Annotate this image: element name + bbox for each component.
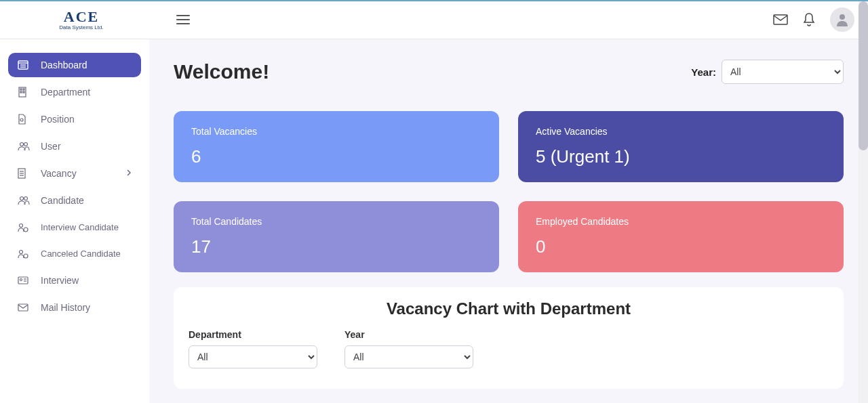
- user-x-icon: [18, 249, 33, 259]
- chart-year-label: Year: [344, 329, 473, 340]
- card-active-vacancies[interactable]: Active Vacancies 5 (Urgent 1): [518, 111, 844, 182]
- document-icon: [18, 168, 33, 179]
- users-icon: [18, 142, 33, 151]
- sidebar-item-mail-history[interactable]: Mail History: [8, 295, 141, 320]
- sidebar-item-label: Canceled Candidate: [41, 249, 121, 259]
- envelope-icon: [18, 303, 33, 312]
- chart-panel: Vacancy Chart with Department Department…: [174, 287, 844, 389]
- sidebar-item-label: Interview Candidate: [41, 222, 119, 232]
- sidebar-item-label: Dashboard: [41, 60, 87, 70]
- chart-year-select[interactable]: All: [344, 345, 473, 368]
- svg-point-22: [20, 250, 23, 253]
- svg-point-13: [24, 143, 28, 146]
- id-card-icon: [18, 276, 33, 284]
- sidebar-item-position[interactable]: Position: [8, 107, 141, 131]
- svg-point-12: [20, 143, 24, 146]
- svg-point-11: [20, 119, 23, 121]
- card-total-candidates[interactable]: Total Candidates 17: [174, 201, 499, 272]
- svg-rect-7: [20, 89, 22, 90]
- card-value: 0: [536, 236, 826, 257]
- sidebar-item-interview[interactable]: Interview: [8, 268, 141, 293]
- card-employed-candidates[interactable]: Employed Candidates 0: [518, 201, 844, 272]
- sidebar-item-label: Interview: [41, 275, 79, 286]
- sidebar-item-label: Candidate: [41, 195, 84, 206]
- sidebar-item-label: Mail History: [41, 302, 90, 313]
- svg-point-1: [840, 14, 845, 20]
- logo-main: ACE: [64, 8, 99, 26]
- card-total-vacancies[interactable]: Total Vacancies 6: [174, 111, 499, 182]
- svg-rect-28: [18, 304, 28, 311]
- card-value: 6: [191, 146, 481, 167]
- chart-filters: Department All Year All: [189, 329, 829, 368]
- sidebar-item-vacancy[interactable]: Vacancy: [8, 161, 141, 186]
- year-label: Year:: [691, 66, 716, 78]
- sidebar-item-label: Department: [41, 87, 90, 98]
- menu-toggle-button[interactable]: [176, 15, 190, 24]
- card-label: Total Vacancies: [191, 126, 481, 137]
- sidebar-item-candidate[interactable]: Candidate: [8, 188, 141, 213]
- sidebar-item-department[interactable]: Department: [8, 80, 141, 104]
- svg-rect-9: [20, 91, 22, 93]
- chevron-right-icon: [126, 168, 132, 179]
- year-select[interactable]: All: [722, 60, 844, 84]
- chart-title: Vacancy Chart with Department: [189, 299, 829, 318]
- scrollbar-thumb[interactable]: [859, 1, 868, 150]
- dashboard-icon: [18, 60, 33, 70]
- building-icon: [18, 87, 33, 98]
- card-label: Total Candidates: [191, 216, 481, 227]
- logo-sub: Data Systems Ltd.: [59, 24, 103, 30]
- chart-filter-department: Department All: [189, 329, 317, 368]
- topbar: ACE Data Systems Ltd.: [0, 0, 868, 39]
- logo[interactable]: ACE Data Systems Ltd.: [14, 8, 149, 30]
- summary-cards: Total Vacancies 6 Active Vacancies 5 (Ur…: [174, 111, 844, 272]
- svg-point-25: [20, 279, 22, 281]
- sidebar-item-label: User: [41, 141, 61, 152]
- department-select[interactable]: All: [189, 345, 317, 368]
- user-check-icon: [18, 223, 33, 232]
- year-filter: Year: All: [691, 60, 844, 84]
- svg-point-21: [24, 228, 28, 232]
- avatar[interactable]: [830, 7, 854, 32]
- page-title: Welcome!: [174, 60, 269, 83]
- sidebar-item-interview-candidate[interactable]: Interview Candidate: [8, 215, 141, 239]
- sidebar-item-label: Vacancy: [41, 168, 77, 179]
- svg-point-20: [20, 224, 23, 227]
- chart-filter-year: Year All: [344, 329, 473, 368]
- users-icon: [18, 196, 33, 205]
- top-accent: [0, 0, 868, 1]
- topbar-right: [773, 7, 854, 32]
- welcome-row: Welcome! Year: All: [174, 60, 844, 84]
- sidebar-item-label: Position: [41, 114, 75, 125]
- sidebar: Dashboard Department Position User Vacan…: [0, 39, 149, 403]
- card-value: 5 (Urgent 1): [536, 146, 826, 167]
- sidebar-item-dashboard[interactable]: Dashboard: [8, 53, 141, 77]
- mail-icon[interactable]: [773, 14, 788, 25]
- card-label: Employed Candidates: [536, 216, 826, 227]
- svg-rect-0: [774, 15, 787, 24]
- svg-point-19: [24, 197, 28, 200]
- svg-rect-24: [18, 277, 28, 284]
- card-value: 17: [191, 236, 481, 257]
- sidebar-item-canceled-candidate[interactable]: Canceled Candidate: [8, 242, 141, 266]
- bell-icon[interactable]: [803, 13, 815, 26]
- svg-rect-8: [23, 89, 24, 90]
- sidebar-item-user[interactable]: User: [8, 134, 141, 158]
- department-label: Department: [189, 329, 317, 340]
- file-icon: [18, 114, 33, 125]
- svg-point-18: [20, 197, 24, 200]
- main-content: Welcome! Year: All Total Vacancies 6 Act…: [149, 39, 868, 403]
- svg-point-23: [24, 254, 28, 258]
- card-label: Active Vacancies: [536, 126, 826, 137]
- svg-rect-10: [23, 91, 24, 93]
